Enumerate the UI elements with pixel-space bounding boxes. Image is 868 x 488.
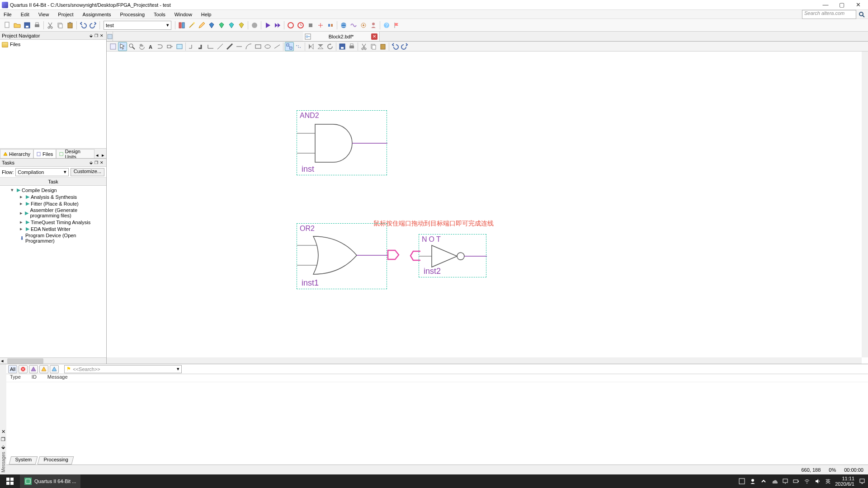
oval-tool-icon[interactable] — [263, 42, 272, 51]
task-assembler[interactable]: Assembler (Generate programming files) — [30, 207, 106, 218]
wire-icon[interactable] — [235, 42, 244, 51]
paste-icon[interactable] — [378, 42, 387, 51]
orthogonal-bus-icon[interactable] — [197, 42, 206, 51]
rect-tool-icon[interactable] — [254, 42, 263, 51]
print-icon[interactable] — [347, 42, 356, 51]
pin-tool-icon[interactable] — [165, 42, 175, 51]
pointer-tool-icon[interactable] — [118, 42, 127, 51]
task-analysis[interactable]: Analysis & Synthesis — [31, 194, 77, 200]
start-button[interactable] — [0, 474, 20, 488]
menu-tools[interactable]: Tools — [152, 11, 167, 18]
msgtab-processing[interactable]: Processing — [37, 456, 74, 465]
close-tab-icon[interactable]: ✕ — [371, 33, 377, 40]
filter-info-icon[interactable] — [50, 365, 59, 373]
msgtab-system[interactable]: System — [9, 456, 38, 465]
task-eda[interactable]: EDA Netlist Writer — [31, 226, 71, 232]
schematic-canvas[interactable]: AND2 inst 鼠标按住端口拖动到目标端口即可完成连线 OR2 — [107, 52, 868, 357]
help-icon[interactable]: ? — [382, 21, 391, 30]
clock-icon[interactable] — [296, 21, 305, 30]
flip-v-icon[interactable] — [316, 42, 325, 51]
redo-icon[interactable] — [400, 42, 409, 51]
open-file-icon[interactable] — [13, 21, 22, 30]
tray-network-icon[interactable] — [782, 478, 788, 484]
pin-icon[interactable] — [326, 21, 335, 30]
filter-warning-icon[interactable] — [39, 365, 48, 373]
flip-h-icon[interactable] — [307, 42, 316, 51]
zoom-tool-icon[interactable] — [127, 42, 137, 51]
settings-icon[interactable] — [177, 21, 186, 30]
menu-file[interactable]: File — [2, 11, 14, 18]
restore-icon[interactable]: ❐ — [94, 160, 99, 165]
hand-tool-icon[interactable] — [137, 42, 146, 51]
paste-icon[interactable] — [66, 21, 75, 30]
tab-files[interactable]: Files — [33, 149, 56, 158]
close-msgs-icon[interactable]: ✕ — [1, 429, 5, 435]
cut-icon[interactable] — [46, 21, 55, 30]
messages-search[interactable]: ⚑ <<Search>> ▾ — [64, 365, 182, 373]
not-gate[interactable]: NOT inst2 — [419, 234, 486, 277]
filter-critical-icon[interactable] — [29, 365, 38, 373]
rubberband-icon[interactable] — [285, 42, 294, 51]
person-icon[interactable] — [369, 21, 378, 30]
task-fitter[interactable]: Fitter (Place & Route) — [31, 201, 79, 206]
minimize-button[interactable]: — — [817, 0, 834, 9]
target-icon[interactable] — [359, 21, 368, 30]
messages-body[interactable] — [6, 382, 868, 455]
menu-edit[interactable]: Edit — [19, 11, 31, 18]
ime-indicator[interactable]: 英 — [826, 478, 830, 485]
new-file-icon[interactable] — [3, 21, 12, 30]
menu-assignments[interactable]: Assignments — [81, 11, 113, 18]
tray-people-icon[interactable] — [750, 478, 756, 484]
line-tool-icon[interactable] — [273, 42, 282, 51]
tray-chevron-icon[interactable] — [760, 478, 767, 484]
taskbar-app[interactable]: Quartus II 64-Bit ... — [20, 474, 80, 488]
copy-icon[interactable] — [56, 21, 65, 30]
gem-green-icon[interactable] — [217, 21, 226, 30]
search-go-button[interactable] — [857, 10, 866, 19]
wave-icon[interactable] — [349, 21, 358, 30]
play-fast-icon[interactable] — [273, 21, 282, 30]
flag-icon[interactable] — [392, 21, 401, 30]
tray-battery-icon[interactable] — [793, 478, 799, 484]
filter-all[interactable]: All — [8, 365, 17, 373]
search-input[interactable]: Search altera.com — [802, 10, 856, 19]
gem-yellow-icon[interactable] — [237, 21, 246, 30]
copy-icon[interactable] — [369, 42, 378, 51]
pin-icon[interactable]: ⬙ — [88, 33, 94, 38]
menu-project[interactable]: Project — [56, 11, 75, 18]
text-tool-icon[interactable]: A — [146, 42, 156, 51]
tray-up-icon[interactable] — [739, 478, 745, 484]
tray-onedrive-icon[interactable] — [771, 478, 778, 484]
chip-icon[interactable] — [306, 21, 315, 30]
tasks-hscroll[interactable]: ◂ — [0, 357, 106, 364]
save-icon[interactable] — [23, 21, 32, 30]
close-button[interactable]: ✕ — [850, 0, 866, 9]
project-navigator-tree[interactable]: Files — [0, 40, 106, 148]
tab-hierarchy[interactable]: Hierarchy — [0, 149, 33, 158]
stop-grey-icon[interactable] — [250, 21, 259, 30]
globe-icon[interactable] — [339, 21, 348, 30]
task-programmer[interactable]: Program Device (Open Programmer) — [25, 233, 106, 244]
orthogonal-node-icon[interactable] — [187, 42, 196, 51]
save-icon[interactable] — [338, 42, 347, 51]
restore-icon[interactable]: ❐ — [94, 33, 99, 38]
gem-teal-icon[interactable] — [227, 21, 236, 30]
and-gate[interactable]: AND2 inst — [297, 110, 387, 175]
print-icon[interactable] — [33, 21, 42, 30]
tray-volume-icon[interactable] — [815, 478, 821, 484]
select-tool-icon[interactable] — [108, 42, 118, 51]
document-tab[interactable]: Block2.bdf* ✕ — [303, 32, 380, 41]
canvas-vscroll[interactable] — [862, 52, 868, 357]
gem-blue-icon[interactable] — [207, 21, 216, 30]
undo-icon[interactable] — [79, 21, 88, 30]
menu-help[interactable]: Help — [199, 11, 213, 18]
redo-icon[interactable] — [89, 21, 98, 30]
analysis-red-icon[interactable] — [286, 21, 295, 30]
orthogonal-conduit-icon[interactable] — [206, 42, 215, 51]
partial-line-icon[interactable] — [294, 42, 303, 51]
symbol-tool-icon[interactable] — [156, 42, 165, 51]
block-tool-icon[interactable] — [175, 42, 184, 51]
close-panel-icon[interactable]: ✕ — [99, 33, 104, 38]
menu-processing[interactable]: Processing — [118, 11, 146, 18]
customize-button[interactable]: Customize... — [71, 168, 104, 176]
